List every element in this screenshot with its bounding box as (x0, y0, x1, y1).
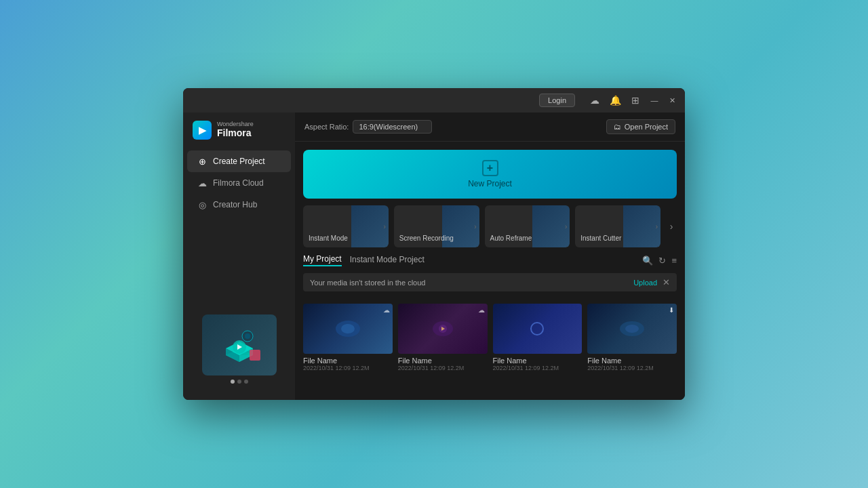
create-project-icon: ⊕ (197, 156, 208, 167)
logo-brand: Wondershare (217, 121, 254, 127)
svg-point-8 (245, 333, 250, 339)
sidebar-item-label-cloud: Filmora Cloud (213, 178, 264, 188)
thumb-svg-1 (429, 319, 456, 338)
creator-hub-icon: ◎ (197, 199, 208, 210)
mode-label-cutter: Instant Cutter (580, 235, 655, 242)
sidebar-item-create-project[interactable]: ⊕ Create Project (187, 150, 291, 172)
cloud-overlay-1: ☁ (478, 306, 485, 314)
mode-card-cutter[interactable]: Instant Cutter › (575, 205, 660, 247)
mode-card-reframe[interactable]: Auto Reframe › (485, 205, 570, 247)
dot-3[interactable] (244, 380, 248, 384)
file-thumb-2 (493, 304, 583, 354)
login-button[interactable]: Login (539, 94, 575, 107)
sidebar-item-filmora-cloud[interactable]: ☁ Filmora Cloud (187, 172, 291, 194)
filmora-cloud-icon: ☁ (197, 178, 208, 188)
aspect-ratio-control: Aspect Ratio: 16:9(Widescreen) (304, 120, 432, 134)
tab-my-project[interactable]: My Project (303, 254, 342, 266)
file-name-1: File Name (398, 357, 488, 365)
new-project-plus-icon: + (482, 160, 498, 176)
open-project-label: Open Project (625, 123, 668, 131)
file-thumb-inner-1 (398, 304, 488, 354)
carousel-dots (231, 380, 248, 384)
file-thumb-inner-2 (493, 304, 583, 354)
app-window: Login ☁ 🔔 ⊞ — ✕ ▶ Wondershare Filmora ⊕ … (183, 88, 685, 400)
mode-card-screen[interactable]: Screen Recording › (394, 205, 479, 247)
file-thumb-0: ☁ (303, 304, 393, 354)
new-project-banner[interactable]: + New Project (303, 150, 677, 199)
illustration-box (202, 314, 277, 375)
close-button[interactable]: ✕ (667, 96, 677, 105)
project-tabs-row: My Project Instant Mode Project 🔍 ↻ ≡ (303, 254, 677, 266)
cloud-overlay-0: ☁ (383, 306, 390, 314)
open-project-icon: 🗂 (614, 123, 621, 131)
sidebar-item-label-create: Create Project (213, 157, 265, 166)
file-meta-2: 2022/10/31 12:09 12.2M (493, 365, 583, 371)
thumb-circle-2 (530, 322, 544, 336)
file-thumb-1: ☁ (398, 304, 488, 354)
file-thumb-3: ⬇ (587, 304, 677, 354)
files-grid: ☁ File Name 2022/10/31 12:09 12.2M (303, 304, 677, 371)
project-toolbar: 🔍 ↻ ≡ (642, 256, 677, 266)
file-card-0[interactable]: ☁ File Name 2022/10/31 12:09 12.2M (303, 304, 393, 371)
upload-button[interactable]: Upload (633, 279, 657, 287)
aspect-ratio-select[interactable]: 16:9(Widescreen) (353, 120, 432, 134)
cloud-banner: Your media isn't stored in the cloud Upl… (303, 273, 677, 291)
svg-point-15 (625, 325, 639, 333)
file-meta-3: 2022/10/31 12:09 12.2M (587, 365, 677, 371)
illustration-svg (212, 321, 267, 369)
file-card-3[interactable]: ⬇ File Name 2022/10/31 12:09 12.2M (587, 304, 677, 371)
mode-card-instant[interactable]: Instant Mode › (303, 205, 389, 247)
mode-scroll-right[interactable]: › (666, 205, 677, 247)
sidebar-item-label-hub: Creator Hub (213, 200, 257, 209)
bell-icon[interactable]: 🔔 (609, 94, 621, 106)
app-body: ▶ Wondershare Filmora ⊕ Create Project ☁… (183, 113, 685, 400)
project-section: My Project Instant Mode Project 🔍 ↻ ≡ (303, 254, 677, 266)
grid-icon[interactable]: ⊞ (629, 94, 642, 106)
open-project-button[interactable]: 🗂 Open Project (606, 119, 675, 134)
svg-point-10 (341, 324, 355, 333)
svg-rect-6 (250, 350, 260, 361)
dot-1[interactable] (231, 380, 235, 384)
minimize-button[interactable]: — (650, 96, 659, 105)
download-overlay-3: ⬇ (669, 306, 674, 314)
file-name-3: File Name (587, 357, 677, 365)
tab-instant-project[interactable]: Instant Mode Project (350, 255, 425, 266)
mode-arrow-3: › (565, 223, 567, 230)
top-bar: Aspect Ratio: 16:9(Widescreen) 🗂 Open Pr… (295, 113, 685, 142)
file-card-2[interactable]: File Name 2022/10/31 12:09 12.2M (493, 304, 583, 371)
file-thumb-inner-0 (303, 304, 393, 354)
logo-name: Filmora (217, 127, 254, 139)
sidebar-item-creator-hub[interactable]: ◎ Creator Hub (187, 194, 291, 216)
file-name-2: File Name (493, 357, 583, 365)
cloud-banner-text: Your media isn't stored in the cloud (310, 279, 425, 287)
quick-modes: Instant Mode › Screen Recording › Auto R… (303, 205, 677, 247)
logo-icon: ▶ (193, 121, 212, 140)
sidebar: ▶ Wondershare Filmora ⊕ Create Project ☁… (183, 113, 295, 400)
search-icon[interactable]: 🔍 (642, 256, 653, 266)
mode-arrow-4: › (656, 223, 658, 230)
list-view-icon[interactable]: ≡ (671, 256, 677, 266)
file-meta-1: 2022/10/31 12:09 12.2M (398, 365, 488, 371)
title-bar: Login ☁ 🔔 ⊞ — ✕ (183, 88, 685, 113)
close-banner-button[interactable]: ✕ (663, 277, 670, 287)
mode-label-screen: Screen Recording (399, 235, 474, 242)
mode-label-instant: Instant Mode (309, 235, 383, 242)
dot-2[interactable] (237, 380, 241, 384)
file-name-0: File Name (303, 357, 393, 365)
thumb-svg-0 (334, 319, 361, 338)
mode-arrow-1: › (383, 223, 385, 230)
logo-text: Wondershare Filmora (217, 121, 254, 139)
thumb-svg-3 (618, 319, 646, 338)
refresh-icon[interactable]: ↻ (658, 256, 666, 266)
mode-label-reframe: Auto Reframe (490, 235, 565, 242)
cloud-banner-actions: Upload ✕ (633, 277, 670, 287)
sidebar-illustration (183, 306, 295, 392)
cloud-icon[interactable]: ☁ (589, 94, 601, 106)
file-meta-0: 2022/10/31 12:09 12.2M (303, 365, 393, 371)
content-area: + New Project Instant Mode › Screen Reco… (295, 142, 685, 400)
main-content: Aspect Ratio: 16:9(Widescreen) 🗂 Open Pr… (295, 113, 685, 400)
file-thumb-inner-3 (587, 304, 677, 354)
file-card-1[interactable]: ☁ File Name 2022/10/31 12:09 12.2M (398, 304, 488, 371)
logo-area: ▶ Wondershare Filmora (183, 121, 295, 150)
aspect-ratio-label: Aspect Ratio: (304, 123, 349, 131)
